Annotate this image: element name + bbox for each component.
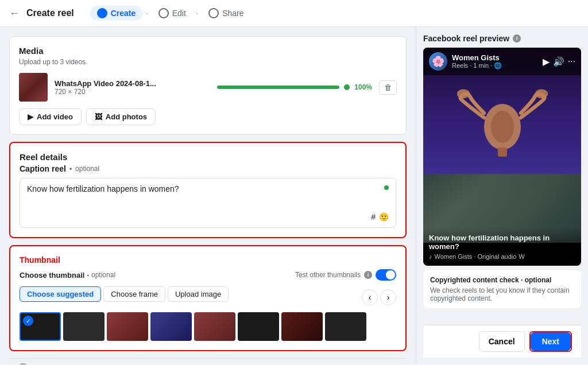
thumbnail-item-7[interactable] [281, 312, 323, 341]
main-layout: Media Upload up to 3 videos. WhatsApp Vi… [0, 27, 588, 364]
preview-header: 🌸 Women Gists Reels · 1 min · 🌐 ▶ 🔊 ··· [423, 48, 581, 75]
progress-dot [344, 84, 350, 90]
preview-image [423, 48, 581, 243]
play-icon[interactable]: ▶ [543, 56, 550, 67]
media-title: Media [19, 46, 397, 56]
media-dims: 720 × 720 [55, 88, 210, 96]
info-icon[interactable]: i [364, 271, 372, 279]
feedback-icon: 💬 [18, 363, 28, 364]
thumb-tabs-row: Choose suggested Choose frame Upload ima… [20, 286, 396, 308]
avatar: 🌸 [429, 52, 447, 71]
top-bar: ← Create reel Create · Edit · Share [0, 0, 588, 27]
thumbnail-item-8[interactable] [325, 312, 366, 341]
thumb-tabs: Choose suggested Choose frame Upload ima… [20, 286, 229, 302]
add-photos-button[interactable]: 🖼 Add photos [86, 108, 156, 125]
caption-label-row: Caption reel • optional [20, 164, 396, 173]
audio-label: Women Gists · Original audio [435, 253, 517, 260]
thumbnail-section: Thumbnail Choose thumbnail · optional Te… [9, 245, 407, 351]
caption-label-text: Caption reel [20, 164, 66, 173]
hash-icon[interactable]: # [371, 212, 376, 222]
fb-meta: Reels · 1 min · 🌐 [452, 62, 538, 69]
delete-video-button[interactable]: 🗑 [379, 80, 397, 95]
tab-create-label: Create [111, 9, 136, 18]
photo-icon: 🖼 [95, 112, 102, 121]
video-icon: ▶ [28, 112, 33, 121]
thumbnail-optional: optional [91, 271, 115, 279]
add-video-button[interactable]: ▶ Add video [19, 108, 82, 125]
tab-create[interactable]: Create [90, 6, 143, 21]
thumbnails-strip: ✓ [20, 312, 396, 341]
thumbnail-item-4[interactable] [150, 312, 192, 341]
tab-choose-suggested[interactable]: Choose suggested [20, 286, 101, 302]
share-circle [208, 8, 219, 18]
thumbnail-label: Choose thumbnail · optional [20, 271, 115, 279]
caption-optional: optional [75, 165, 99, 173]
copyright-check: Copyrighted content check · optional We … [423, 270, 581, 308]
edit-circle [158, 8, 169, 18]
next-button[interactable]: Next [531, 332, 571, 351]
more-icon[interactable]: ··· [568, 56, 575, 67]
media-subtitle: Upload up to 3 videos. [19, 58, 397, 66]
dot-separator-1: · [145, 9, 149, 17]
thumb-next-button[interactable]: › [380, 289, 396, 305]
thumbnail-item-2[interactable] [63, 312, 105, 341]
step-tabs: Create · Edit · Share [90, 6, 251, 21]
tab-edit-label: Edit [172, 9, 186, 18]
thumbnail-item-3[interactable] [107, 312, 148, 341]
add-photos-label: Add photos [106, 112, 147, 121]
test-thumbnails-label: Test other thumbnails i [295, 269, 396, 281]
caption-divider: • [69, 165, 72, 173]
reel-details-title: Reel details [20, 152, 396, 162]
back-button[interactable]: ← [9, 7, 20, 20]
svg-rect-3 [498, 147, 507, 157]
progress-bar-wrap: 100% [217, 83, 373, 91]
tab-choose-frame[interactable]: Choose frame [103, 286, 165, 302]
thumbnail-item-1[interactable]: ✓ [20, 312, 61, 341]
feedback-bar[interactable]: 💬 Give us feedback [9, 358, 407, 364]
audio-icon: ♪ [429, 253, 432, 260]
caption-textarea[interactable]: Know how fertilization happens in women? [27, 184, 389, 207]
thumb-prev-button[interactable]: ‹ [362, 289, 378, 305]
media-item: WhatsApp Video 2024-08-1... 720 × 720 10… [19, 73, 397, 102]
tab-edit[interactable]: Edit [152, 6, 193, 21]
toggle-knob [386, 270, 395, 279]
thumbnail-title: Thumbnail [20, 255, 396, 265]
fb-caption: Know how fertilization happens in women? [429, 234, 575, 251]
page-title: Create reel [26, 8, 74, 18]
svg-point-2 [535, 89, 547, 98]
fb-audio-row: ♪ Women Gists · Original audio W [429, 253, 575, 260]
media-section: Media Upload up to 3 videos. WhatsApp Vi… [9, 36, 407, 135]
thumbnail-item-5[interactable] [194, 312, 235, 341]
thumb-nav: ‹ › [362, 289, 396, 305]
w-label: W [519, 253, 524, 260]
user-info: Women Gists Reels · 1 min · 🌐 [452, 53, 538, 69]
left-panel: Media Upload up to 3 videos. WhatsApp Vi… [0, 27, 416, 364]
volume-icon[interactable]: 🔊 [553, 56, 564, 67]
video-thumbnail [19, 73, 48, 102]
media-name: WhatsApp Video 2024-08-1... [55, 79, 210, 88]
tab-upload-image[interactable]: Upload image [168, 286, 229, 302]
uterus-illustration [457, 76, 548, 168]
add-video-label: Add video [37, 112, 73, 121]
tab-share-label: Share [222, 9, 243, 18]
next-btn-highlight: Next [529, 331, 572, 352]
preview-footer: Know how fertilization happens in women?… [423, 228, 581, 266]
tab-share[interactable]: Share [202, 6, 250, 21]
preview-info-icon[interactable]: i [513, 34, 521, 42]
preview-title: Facebook reel preview i [423, 34, 581, 43]
media-info: WhatsApp Video 2024-08-1... 720 × 720 [55, 79, 210, 96]
copyright-text: We check reels to let you know if they c… [430, 286, 574, 302]
progress-fill [217, 86, 340, 89]
svg-point-4 [491, 111, 514, 143]
media-actions: ▶ Add video 🖼 Add photos [19, 108, 397, 125]
caption-indicator [384, 185, 389, 190]
feedback-label: Give us feedback [31, 363, 88, 364]
thumbnail-item-6[interactable] [238, 312, 279, 341]
cancel-button[interactable]: Cancel [479, 331, 525, 352]
dot-separator-2: · [195, 9, 199, 17]
reel-details-section: Reel details Caption reel • optional Kno… [9, 142, 407, 238]
thumb-check-icon: ✓ [23, 316, 33, 326]
fb-controls: ▶ 🔊 ··· [543, 56, 575, 67]
test-thumbnails-toggle[interactable] [376, 269, 396, 281]
emoji-icon[interactable]: 🙂 [379, 212, 389, 222]
